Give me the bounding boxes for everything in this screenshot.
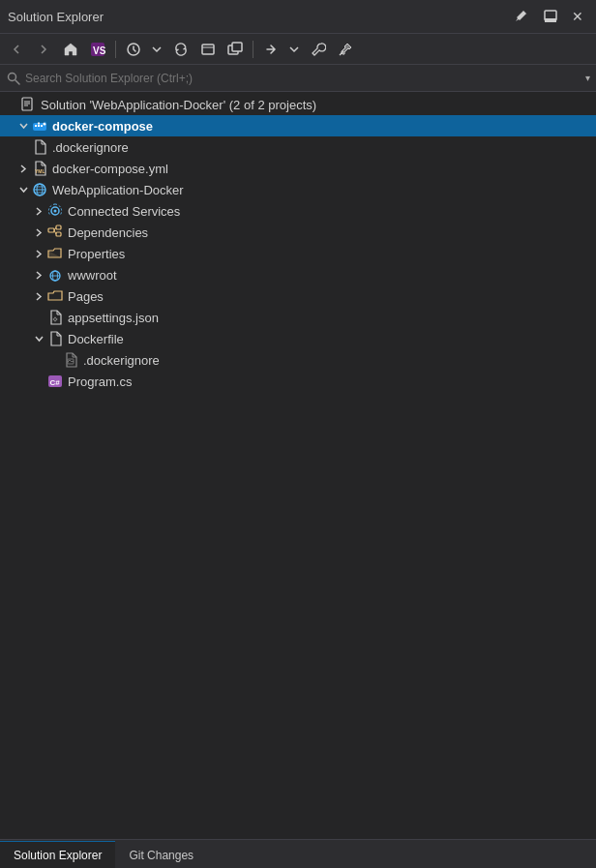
file-icon: [32, 139, 47, 155]
svg-text:YML: YML: [35, 168, 45, 174]
tab-bar: Solution Explorer Git Changes: [0, 839, 596, 868]
globe-icon: [32, 182, 47, 197]
pin-button[interactable]: [333, 39, 358, 60]
solution-item[interactable]: Solution 'WebApplication-Docker' (2 of 2…: [0, 94, 596, 115]
arrows-dropdown-group: [258, 39, 304, 60]
wrench-button[interactable]: [306, 39, 331, 60]
search-dropdown-button[interactable]: ▾: [585, 73, 590, 83]
dependencies-icon: [46, 224, 64, 241]
separator-2: [253, 41, 253, 58]
appsettings-icon: [46, 309, 64, 326]
pin-icon: [514, 9, 529, 24]
tab-solution-explorer-label: Solution Explorer: [14, 849, 102, 862]
home-button[interactable]: [58, 39, 83, 60]
expand-pages[interactable]: [31, 292, 46, 301]
expand-webapp[interactable]: [15, 186, 31, 195]
dockerfile-file-icon: [47, 331, 63, 346]
dependencies-label: Dependencies: [68, 225, 148, 240]
window-title: Solution Explorer: [8, 10, 509, 24]
close-icon: ✕: [572, 9, 583, 24]
svg-rect-32: [56, 232, 61, 236]
history-dropdown-button[interactable]: [147, 39, 166, 60]
history-button[interactable]: [121, 39, 146, 60]
collapse-arrow-icon: [19, 122, 28, 131]
svg-rect-31: [56, 225, 61, 229]
deps-icon: [47, 224, 63, 240]
arrange-button[interactable]: [258, 39, 283, 60]
expand-properties[interactable]: [31, 250, 46, 258]
svg-point-38: [54, 318, 57, 321]
tree-item-dependencies[interactable]: Dependencies: [0, 222, 596, 243]
tree-item-appsettings[interactable]: ▶ appsettings.json: [0, 307, 596, 328]
tree-item-dockerfile[interactable]: Dockerfile: [0, 328, 596, 349]
forward-button[interactable]: [31, 39, 56, 60]
svg-rect-5: [202, 45, 214, 54]
separator-1: [115, 41, 116, 58]
svg-rect-30: [48, 228, 54, 232]
pages-label: Pages: [68, 289, 104, 304]
home-icon: [63, 42, 78, 57]
expand-dockerfile[interactable]: [31, 335, 46, 344]
pages-icon: [46, 287, 64, 305]
dockerignore2-icon: [62, 351, 79, 369]
properties-label: Properties: [68, 247, 125, 261]
expand-yml[interactable]: [15, 165, 31, 173]
docker-compose-icon: [31, 117, 48, 135]
wrench-icon: [311, 42, 326, 57]
tree-item-program-cs[interactable]: ▶ C# Program.cs: [0, 371, 596, 392]
vs-icon-button[interactable]: VS: [85, 39, 110, 60]
tree-area: Solution 'WebApplication-Docker' (2 of 2…: [0, 92, 596, 839]
expand-docker-compose[interactable]: [15, 122, 31, 131]
forward-icon: [36, 42, 51, 57]
pages-folder-icon: [47, 288, 63, 304]
tree-item-webapp-docker[interactable]: WebApplication-Docker: [0, 179, 596, 200]
tree-item-properties[interactable]: Properties: [0, 243, 596, 264]
toolbar: VS: [0, 34, 596, 65]
appsettings-label: appsettings.json: [68, 311, 159, 325]
expand-wwwroot[interactable]: [31, 271, 46, 280]
expand-dependencies[interactable]: [31, 228, 46, 237]
pin-window-button[interactable]: [509, 6, 534, 27]
tree-item-wwwroot[interactable]: wwwroot: [0, 264, 596, 285]
dock-icon: [543, 9, 558, 24]
close-window-button[interactable]: ✕: [567, 6, 588, 27]
tab-git-changes[interactable]: Git Changes: [115, 841, 207, 868]
dockerignore2-label: .dockerignore: [83, 353, 160, 368]
tree-item-dockerignore2[interactable]: ▶ .dockerignore: [0, 349, 596, 371]
arrange-dropdown-button[interactable]: [284, 39, 304, 60]
docker-compose-label: docker-compose: [52, 119, 153, 134]
svg-text:C#: C#: [50, 378, 61, 387]
file-image-icon: [63, 352, 78, 368]
svg-rect-1: [545, 18, 556, 22]
tree-item-connected-services[interactable]: Connected Services: [0, 200, 596, 222]
yml-icon: YML: [31, 160, 48, 177]
window-button[interactable]: [195, 39, 221, 60]
connected-services-label: Connected Services: [68, 204, 180, 219]
tab-solution-explorer[interactable]: Solution Explorer: [0, 841, 115, 868]
wwwroot-label: wwwroot: [68, 268, 117, 283]
tree-item-dockerignore1[interactable]: ▶ .dockerignore: [0, 136, 596, 158]
expand-arrow-2-icon: [35, 207, 44, 216]
svg-rect-8: [232, 43, 242, 51]
clone-window-button[interactable]: [223, 39, 248, 60]
search-bar-icon: [6, 71, 21, 86]
dock-window-button[interactable]: [538, 6, 563, 27]
connected-icon: [47, 203, 63, 219]
tree-item-docker-compose-yml[interactable]: YML docker-compose.yml: [0, 158, 596, 179]
wwwroot-icon: [46, 266, 64, 284]
back-button[interactable]: [4, 39, 29, 60]
dockerfile-label: Dockerfile: [68, 332, 124, 346]
sync-icon: [173, 42, 189, 57]
search-input[interactable]: [25, 72, 581, 85]
arrange-icon: [263, 42, 279, 57]
expand-connected[interactable]: [31, 207, 46, 216]
properties-icon: [46, 245, 64, 262]
tree-item-pages[interactable]: Pages: [0, 285, 596, 307]
svg-text:VS: VS: [93, 45, 105, 56]
chevron-down-icon: [149, 42, 164, 57]
solution-explorer-window: Solution Explorer ✕: [0, 0, 596, 868]
webapp-icon: [31, 181, 48, 198]
tree-item-docker-compose[interactable]: docker-compose: [0, 115, 596, 136]
svg-rect-17: [35, 125, 37, 127]
sync-button[interactable]: [168, 39, 194, 60]
